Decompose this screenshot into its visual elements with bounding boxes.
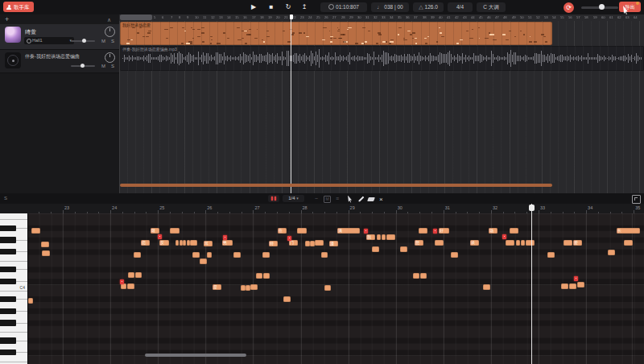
pitch-flag-marker[interactable] xyxy=(120,279,124,284)
snap-control[interactable]: 1/4 ▾ xyxy=(283,195,304,202)
midi-note[interactable]: 场 xyxy=(489,228,497,234)
midi-note[interactable] xyxy=(382,234,386,240)
pitch-flag-marker[interactable] xyxy=(158,234,162,239)
track-vocal[interactable]: 绮萱 Hall1 ▾ M S xyxy=(0,24,119,50)
pitch-flag-marker[interactable] xyxy=(502,234,506,239)
arrangement-playhead[interactable] xyxy=(291,14,291,193)
pitch-flag-marker[interactable] xyxy=(364,229,368,234)
midi-note[interactable] xyxy=(175,240,179,246)
midi-note[interactable] xyxy=(263,273,270,279)
midi-note[interactable] xyxy=(315,240,324,246)
black-key[interactable] xyxy=(0,225,16,231)
midi-note[interactable]: 男 xyxy=(222,240,233,246)
toolbar-left-label[interactable]: S xyxy=(4,196,7,201)
midi-note[interactable] xyxy=(372,246,379,252)
eraser-tool-button[interactable] xyxy=(367,196,375,203)
black-key[interactable] xyxy=(0,320,16,325)
track2-pan-knob[interactable] xyxy=(105,52,115,63)
midi-note[interactable] xyxy=(413,273,419,279)
midi-note[interactable] xyxy=(386,234,395,240)
midi-note[interactable] xyxy=(420,273,427,279)
midi-note[interactable] xyxy=(28,298,33,304)
midi-note[interactable] xyxy=(516,240,520,246)
midi-note[interactable] xyxy=(577,282,584,287)
pointer-tool-button[interactable] xyxy=(346,196,354,203)
track1-volume-knob[interactable] xyxy=(82,39,86,43)
audio-avatar[interactable] xyxy=(5,52,21,68)
midi-note[interactable]: 门 xyxy=(289,240,298,246)
midi-note[interactable] xyxy=(121,283,126,289)
scissors-tool-button[interactable]: × xyxy=(378,196,386,203)
track2-volume-knob[interactable] xyxy=(80,64,85,68)
midi-note[interactable] xyxy=(170,228,180,234)
midi-note[interactable]: 是 xyxy=(213,284,221,290)
midi-note[interactable] xyxy=(180,240,183,246)
tempo-display[interactable]: △126.0 xyxy=(413,2,444,12)
midi-note[interactable] xyxy=(547,252,555,258)
refresh-button[interactable]: ⟳ xyxy=(564,2,574,13)
midi-note[interactable]: 耳 xyxy=(204,241,213,246)
time-display[interactable]: 01:10:807 xyxy=(320,2,367,12)
midi-note[interactable] xyxy=(483,284,490,290)
black-key[interactable] xyxy=(0,296,16,302)
midi-note[interactable]: 在 xyxy=(278,228,287,234)
midi-note[interactable] xyxy=(451,252,458,258)
midi-note[interactable] xyxy=(135,272,142,278)
midi-note[interactable] xyxy=(283,296,291,302)
play-button[interactable]: ▶ xyxy=(249,2,258,12)
arrangement-playhead-handle[interactable] xyxy=(290,14,293,19)
midi-note[interactable] xyxy=(564,240,572,246)
black-key[interactable] xyxy=(0,249,16,254)
pitch-flag-marker[interactable] xyxy=(223,235,227,240)
midi-note[interactable] xyxy=(569,283,576,289)
midi-note[interactable]: 满 xyxy=(337,228,360,234)
midi-note[interactable]: 反 xyxy=(159,240,169,246)
midi-note[interactable]: 长 xyxy=(617,228,640,234)
midi-note[interactable] xyxy=(510,228,518,234)
midi-note[interactable] xyxy=(624,240,633,246)
midi-note[interactable] xyxy=(400,246,407,252)
pitch-flag-marker[interactable] xyxy=(433,229,437,234)
midi-note[interactable] xyxy=(31,228,40,234)
midi-note[interactable] xyxy=(183,240,186,246)
midi-note[interactable] xyxy=(207,252,212,258)
time-signature-display[interactable]: 4/4 xyxy=(448,2,473,12)
black-key[interactable] xyxy=(0,237,16,242)
track-accompaniment[interactable]: 伴奏-我好想谈场恋爱编曲 M S xyxy=(0,50,119,73)
pitch-flag-marker[interactable] xyxy=(574,276,578,281)
midi-note[interactable] xyxy=(127,283,134,289)
midi-note[interactable]: 爱 xyxy=(573,240,582,246)
piano-roll-playhead-handle[interactable] xyxy=(529,205,535,211)
piano-roll-playhead[interactable] xyxy=(531,204,532,364)
midi-note[interactable]: 好 xyxy=(439,228,449,234)
add-track-button[interactable]: + xyxy=(5,14,9,24)
midi-note[interactable] xyxy=(324,285,331,291)
black-key[interactable] xyxy=(0,279,16,284)
follow-playhead-button[interactable]: ↥ xyxy=(299,2,309,12)
piano-keyboard[interactable]: C4 xyxy=(0,213,28,364)
track1-solo-button[interactable]: S xyxy=(111,38,114,44)
key-display[interactable]: C 大调 xyxy=(477,2,506,12)
arrangement-scrollbar[interactable] xyxy=(120,184,552,187)
track2-mute-button[interactable]: M xyxy=(101,63,105,69)
midi-note[interactable] xyxy=(377,234,381,240)
midi-note[interactable] xyxy=(608,250,615,255)
midi-note[interactable] xyxy=(41,242,49,247)
beat-display[interactable]: ♩038 | 00 xyxy=(371,2,409,12)
midi-note[interactable]: 漫 xyxy=(329,241,338,246)
midi-note[interactable] xyxy=(128,272,134,278)
track2-solo-button[interactable]: S xyxy=(111,63,114,69)
midi-note[interactable] xyxy=(256,273,262,279)
midi-note[interactable] xyxy=(262,252,270,258)
piano-roll-scrollbar[interactable] xyxy=(145,354,246,357)
piano-roll-grid[interactable] xyxy=(27,213,644,364)
pencil-tool-button[interactable] xyxy=(357,196,365,203)
arrangement-ruler[interactable]: 1234567891011121314151617181920212223242… xyxy=(119,14,644,21)
track1-pan-knob[interactable] xyxy=(105,27,115,37)
track1-preset-dropdown[interactable]: Hall1 ▾ xyxy=(24,37,74,44)
track1-mute-button[interactable]: M xyxy=(101,38,105,44)
black-key[interactable] xyxy=(0,350,16,355)
midi-note[interactable] xyxy=(419,228,427,234)
midi-note[interactable] xyxy=(233,252,241,258)
midi-note[interactable] xyxy=(250,284,258,290)
